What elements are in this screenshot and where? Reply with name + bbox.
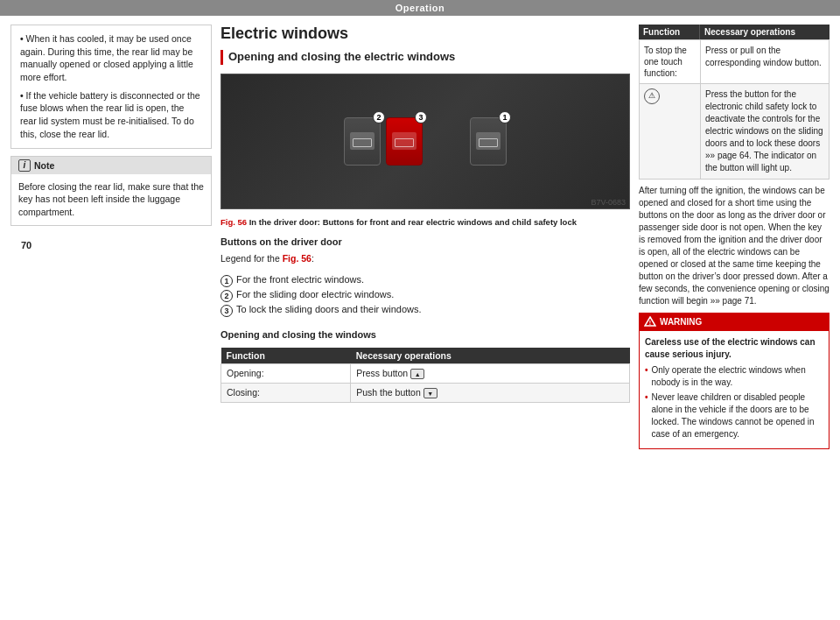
warning-label: WARNING [660,317,702,327]
right-ops-1: Press or pull on the corresponding windo… [701,40,829,83]
window-button-2[interactable]: 2 [344,117,381,166]
warning-section-container: ! WARNING Careless use of the electric w… [639,313,830,449]
table-cell-opening-func: Opening: [221,363,351,383]
warning-bold-text: Careless use of the electric windows can… [645,336,823,361]
warning-bullet-text-1: Only operate the electric windows when n… [652,364,823,389]
legend-text-2: For the sliding door electric windows. [236,289,394,299]
top-bar-label: Operation [396,3,444,13]
btn-group-left: 2 3 [344,117,423,166]
legend-num-3: 3 [220,305,233,317]
legend-item-3: 3 To lock the sliding doors and their wi… [220,304,630,317]
warning-bullet-1: • When it has cooled, it may be used onc… [20,32,202,84]
fig-code-label: B7V-0683 [591,198,626,207]
driver-door-title: Buttons on the driver door [220,236,630,247]
right-body-text: After turning off the ignition, the wind… [639,185,830,307]
warning-box: • When it has cooled, it may be used onc… [10,25,212,149]
page-number: 70 [21,236,32,250]
right-table-row-2: ⚠ Press the button for the electronic ch… [640,84,829,179]
table-cell-closing-ops: Push the button [351,384,630,403]
diagram-caption: Fig. 56 In the driver door: Buttons for … [220,216,630,228]
note-body: Before closing the rear lid, make sure t… [11,174,211,225]
legend-text-1: For the front electric windows. [236,274,364,285]
door-panel: 2 3 1 [221,74,629,208]
table-cell-closing-func: Closing: [221,384,351,403]
legend-item-1: 1 For the front electric windows. [220,274,630,287]
legend-label: Legend for the Fig. 56: [220,252,630,265]
right-table: Function Necessary operations To stop th… [639,25,830,180]
fig-number: Fig. 56 [220,217,247,227]
btn-group-right: 1 [470,117,507,166]
press-button-icon [410,369,424,379]
content-area: • When it has cooled, it may be used onc… [0,16,840,620]
push-button-icon [424,388,438,398]
button-icon-1 [476,132,500,150]
warning-bullet-2: Never leave children or disabled people … [645,391,823,440]
table-header-function: Function [221,348,351,364]
note-header: i Note [11,157,211,174]
right-func-2: ⚠ [640,84,701,179]
function-table: Function Necessary operations Opening: P… [220,348,630,403]
button-num-1: 1 [499,111,511,123]
opening-windows-title: Opening and closing the windows [220,329,630,340]
warning-body: Careless use of the electric windows can… [639,330,830,449]
right-table-header: Function Necessary operations [639,25,830,39]
window-button-1[interactable]: 1 [470,117,507,166]
warning-bullet-text-2: Never leave children or disabled people … [652,391,823,440]
subsection-title: Opening and closing the electric windows [220,50,630,65]
page-bottom: 70 [10,233,212,254]
right-header-operations: Necessary operations [700,25,830,39]
table-header-operations: Necessary operations [351,348,630,364]
table-cell-opening-ops: Press button [351,363,630,383]
left-column: • When it has cooled, it may be used onc… [10,25,212,613]
right-header-function: Function [639,25,700,39]
warning-triangle-icon: ! [644,316,656,327]
legend-text-3: To lock the sliding doors and their wind… [236,304,422,314]
info-icon: i [18,159,31,172]
note-box: i Note Before closing the rear lid, make… [10,156,212,226]
window-button-safety[interactable]: 3 [386,117,423,166]
legend-num-2: 2 [220,290,233,302]
legend-num-1: 1 [220,275,233,287]
warning-bullet-2: • If the vehicle battery is disconnected… [20,89,202,141]
right-table-row-1: To stop the one touch function: Press or… [640,40,829,84]
warning-header: ! WARNING [639,313,830,330]
note-text: Before closing the rear lid, make sure t… [18,181,204,217]
button-num-3: 3 [415,111,427,123]
right-table-body: To stop the one touch function: Press or… [639,39,830,180]
middle-column: Electric windows Opening and closing the… [220,25,630,613]
table-row-closing: Closing: Push the button [221,384,630,403]
right-column: Function Necessary operations To stop th… [639,25,830,613]
button-icon-safety [392,132,416,150]
fig-caption-text: In the driver door: Buttons for front an… [249,217,577,227]
button-num-2: 2 [373,111,385,123]
top-bar: Operation [0,0,840,16]
right-ops-2: Press the button for the electronic chil… [701,84,829,179]
warning-bullet-1: Only operate the electric windows when n… [645,364,823,389]
right-func-1: To stop the one touch function: [640,40,701,83]
note-label: Note [34,160,54,171]
child-safety-icon: ⚠ [644,88,660,104]
legend-item-2: 2 For the sliding door electric windows. [220,289,630,302]
legend-fig-ref: Fig. 56 [283,253,312,264]
button-icon-2 [350,132,374,150]
section-title: Electric windows [220,25,630,43]
legend-list: 1 For the front electric windows. 2 For … [220,272,630,319]
diagram-container: 2 3 1 [220,74,630,209]
svg-text:!: ! [649,320,651,326]
table-row-opening: Opening: Press button [221,363,630,383]
page: Operation • When it has cooled, it may b… [0,0,840,620]
